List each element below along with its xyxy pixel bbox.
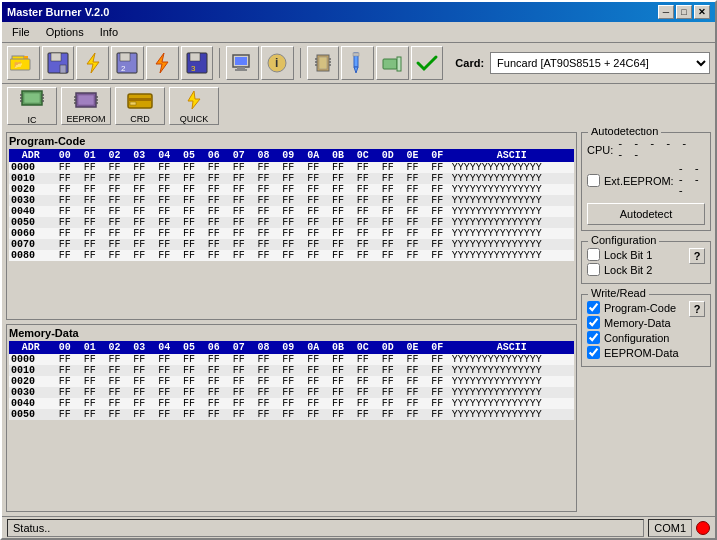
flash1-button[interactable] — [76, 46, 109, 80]
hex-cell: FF — [425, 376, 450, 387]
hex-cell: FF — [177, 206, 202, 217]
hex-cell: FF — [77, 250, 102, 261]
hex-cell: FF — [52, 387, 77, 398]
hex-cell: FF — [127, 250, 152, 261]
hex-cell: FF — [201, 398, 226, 409]
hex-cell: FF — [350, 206, 375, 217]
minimize-button[interactable]: ─ — [658, 5, 674, 19]
table-row: 0010FFFFFFFFFFFFFFFFFFFFFFFFFFFFFFFFYYYY… — [9, 365, 574, 376]
hex-cell: FF — [326, 173, 351, 184]
ascii-cell: YYYYYYYYYYYYYYY — [450, 217, 574, 228]
md-hdr-0d: 0D — [375, 341, 400, 354]
menu-file[interactable]: File — [6, 24, 36, 40]
ic-mode-button[interactable]: IC — [7, 87, 57, 125]
hex-cell: FF — [177, 398, 202, 409]
hex-cell: FF — [326, 206, 351, 217]
pen-button[interactable] — [341, 46, 374, 80]
lock-bit-1-checkbox[interactable] — [587, 248, 600, 261]
hex-cell: FF — [201, 387, 226, 398]
cpu-row: CPU: - - - - - - - — [587, 139, 705, 161]
right-panel: Autodetection CPU: - - - - - - - Ext.EEP… — [581, 132, 711, 512]
save-button[interactable] — [42, 46, 75, 80]
write-read-program-code-checkbox[interactable] — [587, 301, 600, 314]
addr-cell: 0050 — [9, 217, 52, 228]
autodetection-group: Autodetection CPU: - - - - - - - Ext.EEP… — [581, 132, 711, 231]
hex-cell: FF — [375, 217, 400, 228]
hex-cell: FF — [301, 206, 326, 217]
md-hdr-03: 03 — [127, 341, 152, 354]
hex-cell: FF — [350, 365, 375, 376]
pc-hdr-05: 05 — [177, 149, 202, 162]
addr-cell: 0020 — [9, 184, 52, 195]
write-read-eeprom-data-checkbox[interactable] — [587, 346, 600, 359]
save3-button[interactable]: 3 — [181, 46, 214, 80]
hex-cell: FF — [152, 217, 177, 228]
hex-cell: FF — [77, 354, 102, 365]
hex-cell: FF — [400, 195, 425, 206]
hex-cell: FF — [276, 162, 301, 173]
lock-bit-2-checkbox[interactable] — [587, 263, 600, 276]
autodetect-button[interactable]: Autodetect — [587, 203, 705, 225]
write-read-configuration-checkbox[interactable] — [587, 331, 600, 344]
computer-button[interactable] — [226, 46, 259, 80]
hex-cell: FF — [226, 250, 251, 261]
hex-cell: FF — [226, 195, 251, 206]
write-read-memory-data-checkbox[interactable] — [587, 316, 600, 329]
close-button[interactable]: ✕ — [694, 5, 710, 19]
hex-cell: FF — [226, 162, 251, 173]
hex-cell: FF — [425, 250, 450, 261]
hex-cell: FF — [52, 376, 77, 387]
hex-cell: FF — [77, 409, 102, 420]
flash2-button[interactable] — [146, 46, 179, 80]
eeprom-mode-button[interactable]: EEPROM — [61, 87, 111, 125]
hex-cell: FF — [251, 173, 276, 184]
write-read-help-button[interactable]: ? — [689, 301, 705, 317]
hex-cell: FF — [226, 354, 251, 365]
hex-cell: FF — [152, 162, 177, 173]
title-bar-buttons: ─ □ ✕ — [658, 5, 710, 19]
svg-rect-6 — [60, 65, 66, 73]
hex-cell: FF — [152, 173, 177, 184]
hex-cell: FF — [152, 354, 177, 365]
chip-read-button[interactable] — [307, 46, 340, 80]
card-select[interactable]: Funcard [AT90S8515 + 24C64] — [490, 52, 710, 74]
pc-hdr-08: 08 — [251, 149, 276, 162]
maximize-button[interactable]: □ — [676, 5, 692, 19]
autodetection-title: Autodetection — [588, 128, 661, 137]
hex-cell: FF — [375, 239, 400, 250]
hex-cell: FF — [77, 206, 102, 217]
erase-button[interactable] — [376, 46, 409, 80]
hex-cell: FF — [400, 173, 425, 184]
ascii-cell: YYYYYYYYYYYYYYY — [450, 162, 574, 173]
config-help-button[interactable]: ? — [689, 248, 705, 264]
hex-cell: FF — [276, 184, 301, 195]
lock-bit-1-label: Lock Bit 1 — [604, 249, 652, 261]
ext-eeprom-checkbox[interactable] — [587, 174, 600, 187]
hex-cell: FF — [77, 228, 102, 239]
hex-cell: FF — [152, 228, 177, 239]
hex-cell: FF — [251, 195, 276, 206]
hex-cell: FF — [201, 250, 226, 261]
pc-hdr-0c: 0C — [350, 149, 375, 162]
crd-mode-button[interactable]: CRD — [115, 87, 165, 125]
save2-button[interactable]: 2 — [111, 46, 144, 80]
quick-mode-button[interactable]: QUICK — [169, 87, 219, 125]
ext-eeprom-label: Ext.EEPROM: — [604, 175, 674, 187]
write-read-item-row: Configuration — [587, 331, 705, 344]
hex-cell: FF — [326, 376, 351, 387]
menu-options[interactable]: Options — [40, 24, 90, 40]
check-button[interactable] — [411, 46, 444, 80]
hex-cell: FF — [251, 162, 276, 173]
menu-info[interactable]: Info — [94, 24, 124, 40]
ascii-cell: YYYYYYYYYYYYYYY — [450, 206, 574, 217]
hex-cell: FF — [201, 195, 226, 206]
pc-hdr-0e: 0E — [400, 149, 425, 162]
program-code-scroll[interactable]: ADR 00 01 02 03 04 05 06 07 08 09 — [9, 149, 574, 317]
hex-cell: FF — [77, 162, 102, 173]
hex-cell: FF — [350, 250, 375, 261]
hex-cell: FF — [301, 195, 326, 206]
open-file-button[interactable]: 📂 — [7, 46, 40, 80]
memory-data-scroll[interactable]: ADR 00 01 02 03 04 05 06 07 08 09 — [9, 341, 574, 509]
md-hdr-04: 04 — [152, 341, 177, 354]
info-button[interactable]: i — [261, 46, 294, 80]
